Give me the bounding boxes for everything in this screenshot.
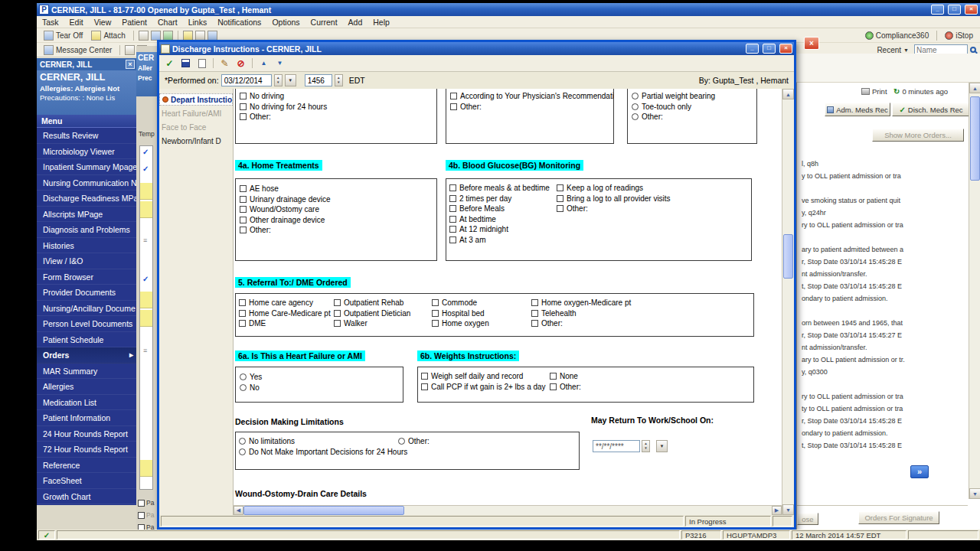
checkbox-icon[interactable] [557,184,564,191]
sidebar-menu-item[interactable]: Patient Schedule [37,332,136,348]
checkbox-icon[interactable] [449,236,456,243]
checkbox-icon[interactable] [334,310,341,317]
checkbox-option[interactable]: DME [239,318,331,329]
compliance360-button[interactable]: Compliance360 [862,31,933,41]
form-section-item[interactable]: Heart Failure/AMI [159,107,233,119]
checkbox-icon[interactable] [550,383,557,390]
sidebar-menu-item[interactable]: Results Review [37,128,136,144]
form-section-item[interactable]: Newborn/Infant D [159,135,233,147]
checkbox-icon[interactable] [550,373,557,380]
checkbox-option[interactable]: Other: [550,382,581,393]
sidebar-menu-item[interactable]: Provider Documents [37,285,136,301]
checkbox-icon[interactable] [557,195,564,202]
next-section-icon[interactable]: ▼ [273,57,287,70]
checkbox-option[interactable]: AE hose [240,184,436,194]
form-section-item[interactable]: Depart Instruction [159,93,233,106]
checkbox-icon[interactable] [531,320,538,327]
patient-tab-close-icon[interactable]: × [126,60,135,69]
radio-icon[interactable] [632,93,639,99]
menubar-item[interactable]: Edit [64,18,89,27]
message-center-button[interactable]: Message Center [41,44,115,56]
checkbox-icon[interactable] [450,103,457,110]
radio-icon[interactable] [240,373,247,380]
checkbox-option[interactable]: Other: [557,204,671,214]
checkbox-option[interactable]: Home Care-Medicare pt [239,308,331,319]
checkbox-icon[interactable] [432,299,439,306]
background-close-button[interactable]: × [804,37,819,50]
save-icon[interactable] [178,57,193,70]
menubar-item[interactable]: Help [368,18,395,27]
sidebar-menu-item[interactable]: Person Level Documents [37,316,136,332]
checkbox-option[interactable]: Walker [334,318,410,329]
radio-option[interactable]: Other: [398,436,430,447]
performed-time-input[interactable]: 1456 [305,74,332,86]
form-horizontal-scrollbar[interactable]: ◀ ▶ [234,505,782,515]
menubar-item[interactable]: Add [343,18,368,27]
checkbox-option[interactable]: No driving [240,91,436,102]
dialog-restore-button[interactable]: □ [763,44,776,54]
toolbar-icon[interactable] [195,31,205,41]
sidebar-menu-item[interactable]: Patient Information [37,410,136,426]
scroll-up-button[interactable]: ▲ [782,89,794,99]
checkbox-option[interactable]: According to Your Physician's Recommenda… [450,91,613,102]
sidebar-menu-item[interactable]: IView / I&O [37,253,136,269]
sidebar-menu-item[interactable]: Discharge Readiness MPa [37,191,136,207]
checkbox-icon[interactable] [138,500,145,507]
radio-option[interactable]: No limitations [239,436,407,447]
checkbox-icon[interactable] [138,512,145,519]
form-section-item[interactable]: Face to Face [159,121,233,133]
checkbox-icon[interactable] [432,310,439,317]
checkbox-icon[interactable] [239,320,246,327]
checkbox-icon[interactable] [240,227,247,233]
menubar-item[interactable]: Options [266,18,305,27]
checkbox-option[interactable]: At bedtime [449,214,550,225]
attach-button[interactable]: Attach [88,30,128,41]
scroll-thumb[interactable] [783,234,793,279]
radio-icon[interactable] [632,113,639,120]
checkbox-icon[interactable] [240,206,247,213]
menubar-item[interactable]: Links [183,18,213,27]
checkbox-option[interactable]: 2 times per day [449,194,550,204]
sidebar-menu-item[interactable]: Allergies [37,379,136,395]
sidebar-menu-item[interactable]: Form Browser [37,269,136,285]
checkbox-icon[interactable] [421,383,428,390]
checkbox-icon[interactable] [531,310,538,317]
radio-option[interactable]: Other: [632,112,756,122]
clear-form-icon[interactable]: ⊘ [234,57,248,70]
checkbox-option[interactable]: Before meals & at bedtime [449,183,550,194]
checkbox-option[interactable]: Bring a log to all provider visits [557,194,671,204]
menubar-item[interactable]: Chart [152,18,183,27]
scroll-up-button[interactable]: ▲ [969,83,980,93]
checkbox-icon[interactable] [449,216,456,223]
sidebar-menu-item[interactable]: MAR Summary [37,364,136,380]
checkbox-icon[interactable] [432,320,439,327]
checkbox-icon[interactable] [240,113,247,120]
performed-date-calendar-button[interactable]: ▼ [285,74,296,86]
main-titlebar[interactable]: P CERNER, JILL - 81-77-00 Opened by Gupt… [37,3,980,16]
sign-check-icon[interactable]: ✓ [162,57,177,70]
checkbox-icon[interactable] [449,195,456,202]
scroll-thumb[interactable] [970,96,980,181]
checkbox-option[interactable]: No driving for 24 hours [240,102,436,112]
checkbox-icon[interactable] [334,320,341,327]
scroll-right-button[interactable]: ▶ [772,506,782,515]
checkbox-icon[interactable] [240,196,247,203]
radio-option[interactable]: Partial weight bearing [632,91,756,102]
checkbox-option[interactable]: Weigh self daily and record [421,371,546,382]
sidebar-menu-item[interactable]: Nursing Communication N [37,175,136,191]
checkbox-icon[interactable] [138,524,145,530]
checkbox-icon[interactable] [239,310,246,317]
scroll-down-button[interactable]: ▼ [782,504,794,515]
checkbox-option[interactable]: Telehealth [531,308,631,319]
sidebar-menu-item[interactable]: Inpatient Summary Mpage [37,159,136,175]
checkbox-option[interactable]: Home oxygen [432,318,489,329]
close-button[interactable]: × [965,5,978,15]
radio-icon[interactable] [398,438,405,445]
checkbox-option[interactable]: Other: [240,112,436,122]
checkbox-icon[interactable] [449,226,456,233]
sidebar-menu-item[interactable]: Medication List [37,395,136,411]
checkbox-option[interactable]: Home oxygen-Medicare pt [531,298,631,308]
checkbox-option[interactable]: Other: [531,318,631,329]
radio-option[interactable]: No [240,383,403,393]
print-button[interactable]: Print [861,87,887,96]
